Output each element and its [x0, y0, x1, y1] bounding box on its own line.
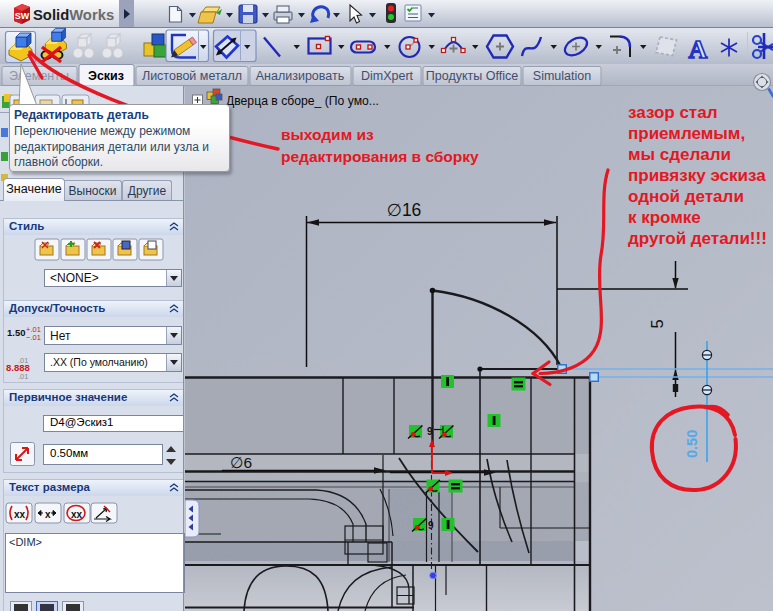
svg-text:∅16: ∅16: [387, 200, 422, 220]
svg-text:Эскиз: Эскиз: [88, 69, 124, 83]
svg-text:x: x: [45, 509, 51, 520]
svg-text:9: 9: [428, 520, 434, 531]
svg-text:−.01: −.01: [26, 333, 41, 342]
svg-text:SolidWorks: SolidWorks: [33, 7, 114, 23]
svg-text:∅6: ∅6: [230, 454, 252, 471]
svg-text:Simulation: Simulation: [533, 69, 591, 83]
svg-text:A: A: [689, 35, 708, 64]
svg-text:.01: .01: [18, 372, 28, 381]
svg-text:SW: SW: [15, 11, 30, 21]
svg-text:0.50: 0.50: [684, 430, 700, 458]
svg-text:DimXpert: DimXpert: [361, 69, 414, 83]
svg-text:xx: xx: [14, 509, 26, 520]
svg-text:1.50: 1.50: [7, 327, 26, 338]
svg-text:xx: xx: [71, 509, 83, 520]
svg-text:Листовой металл: Листовой металл: [142, 69, 242, 83]
svg-text:Анализировать: Анализировать: [256, 69, 345, 83]
svg-text:Дверца в сборе_ (По умо...: Дверца в сборе_ (По умо...: [226, 94, 379, 108]
svg-text:5: 5: [648, 319, 666, 328]
svg-text:9: 9: [427, 426, 433, 437]
svg-text:Продукты Office: Продукты Office: [426, 69, 518, 83]
svg-text:Элементы: Элементы: [9, 69, 69, 83]
